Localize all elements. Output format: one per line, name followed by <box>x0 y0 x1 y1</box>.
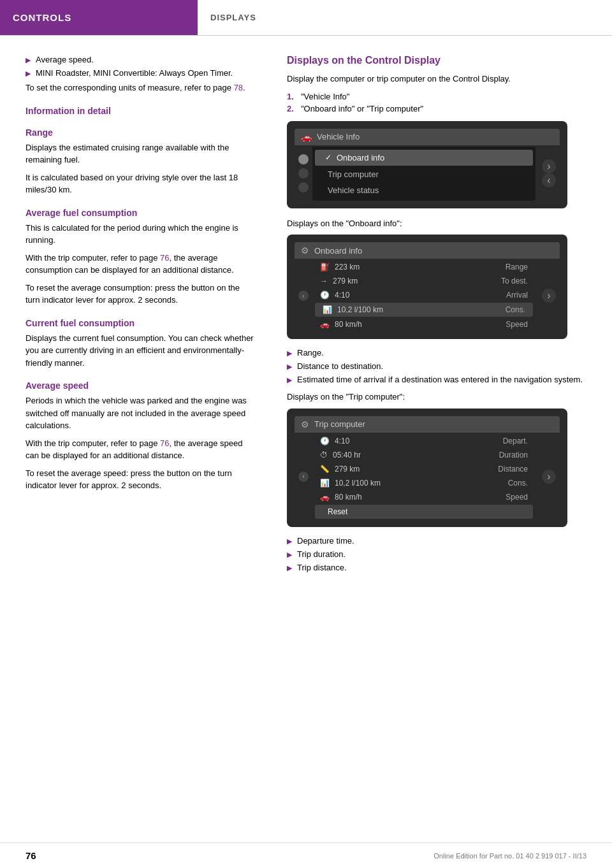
bullet-duration-text: Trip duration. <box>297 549 346 559</box>
bullet-duration-arrow: ▶ <box>287 551 292 559</box>
bullet-average-speed: ▶ Average speed. <box>26 55 255 64</box>
bullet-arrival-text: Estimated time of arrival if a destinati… <box>297 375 583 384</box>
displays-heading: Displays on the Control Display <box>287 55 593 66</box>
data-row-speed2: 🚗80 km/h Speed <box>312 490 536 504</box>
data-row-speed: 🚗80 km/h Speed <box>312 317 536 331</box>
numbered-steps: 1. "Vehicle Info" 2. "Onboard info" or "… <box>287 92 593 113</box>
range-title: Range <box>26 127 255 138</box>
right-column: Displays on the Control Display Display … <box>274 55 612 576</box>
bullet-range: ▶ Range. <box>287 348 593 358</box>
avg-fuel-p1: This is calculated for the period during… <box>26 222 255 247</box>
page-footer: 76 Online Edition for Part no. 01 40 2 9… <box>0 843 612 868</box>
data-row-arrival: 🕐4:10 Arrival <box>312 288 536 302</box>
bullet-arrow-icon: ▶ <box>26 56 31 64</box>
bullet-range-arrow: ▶ <box>287 349 292 358</box>
checkmark-icon: ✓ <box>325 153 332 162</box>
bullet-arrow-icon2: ▶ <box>26 69 31 78</box>
dest-icon: → <box>320 277 328 286</box>
avg-speed-title: Average speed <box>26 380 255 391</box>
avg-fuel-p3: To reset the average consumption: press … <box>26 282 255 307</box>
distance-icon: 📏 <box>320 465 330 474</box>
nav-dot-2 <box>298 168 309 178</box>
screen3-wrapper: ‹ 🕐4:10 Depart. ⏱05:40 hr Duration 📏279 … <box>295 434 560 519</box>
avg-speed-p2: With the trip computer, refer to page 76… <box>26 437 255 462</box>
screen3-title-bar: ⚙ Trip computer <box>295 416 560 433</box>
screen2-title-bar: ⚙ Onboard info <box>295 242 560 259</box>
avg-fuel-title: Average fuel consumption <box>26 208 255 218</box>
bullet-tripdist-arrow: ▶ <box>287 564 292 572</box>
range-p2: It is calculated based on your driving s… <box>26 171 255 196</box>
nav-left-btn: ‹ <box>542 173 556 187</box>
screen1-left-nav <box>295 147 312 201</box>
units-link[interactable]: 78 <box>234 83 243 92</box>
nav-right-btn: › <box>542 159 556 173</box>
onboard-caption: Displays on the "Onboard info": <box>287 217 593 230</box>
speed2-icon: 🚗 <box>320 493 330 502</box>
screen1-trip-computer: Trip computer <box>312 166 536 182</box>
data-row-depart: 🕐4:10 Depart. <box>312 434 536 448</box>
screen3-gear-icon: ⚙ <box>301 419 309 430</box>
bullet-depart-text: Departure time. <box>297 536 354 546</box>
page-number: 76 <box>26 850 36 861</box>
step-2: 2. "Onboard info" or "Trip computer" <box>287 104 593 113</box>
avg-fuel-p2: With the trip computer, refer to page 76… <box>26 252 255 277</box>
cons2-icon: 📊 <box>320 479 330 488</box>
screen1-right-nav: › ‹ <box>536 147 560 201</box>
displays-text: DISPLAYS <box>210 13 256 22</box>
duration-icon: ⏱ <box>320 451 328 459</box>
screen2-right-nav: › <box>536 260 560 331</box>
bullet-arrival: ▶ Estimated time of arrival if a destina… <box>287 375 593 384</box>
step-1-num: 1. <box>287 92 296 101</box>
screen1-car-icon: 🚗 <box>301 132 312 142</box>
step-1-text: "Vehicle Info" <box>301 92 349 101</box>
trip-caption: Displays on the "Trip computer": <box>287 391 593 403</box>
range-icon: ⛽ <box>320 263 330 271</box>
screen1-title: Vehicle Info <box>317 132 360 141</box>
screen3-data: 🕐4:10 Depart. ⏱05:40 hr Duration 📏279 km… <box>312 434 536 519</box>
info-detail-title: Information in detail <box>26 106 255 116</box>
nav-dot-3 <box>298 182 309 192</box>
avg-fuel-link[interactable]: 76 <box>160 253 169 263</box>
nav-dot-1 <box>298 154 309 164</box>
depart-icon: 🕐 <box>320 437 330 445</box>
step-2-num: 2. <box>287 104 296 113</box>
bullet-trip-distance: ▶ Trip distance. <box>287 563 593 572</box>
screen3-left-nav: ‹ <box>295 434 312 519</box>
bullet-mini-text: MINI Roadster, MINI Convertible: Always … <box>36 68 233 78</box>
screen1-onboard-info: ✓ Onboard info <box>315 150 533 166</box>
footer-text: Online Edition for Part no. 01 40 2 919 … <box>433 852 586 860</box>
bullet-distance: ▶ Distance to destination. <box>287 361 593 371</box>
screen3-title: Trip computer <box>314 419 365 429</box>
data-row-todest: →279 km To dest. <box>312 274 536 288</box>
bullet-distance-text: Distance to destination. <box>297 361 383 371</box>
nav-right-btn2: › <box>542 289 556 303</box>
data-row-distance: 📏279 km Distance <box>312 462 536 476</box>
screen2-gear-icon: ⚙ <box>301 245 309 256</box>
onboard-info-screen: ⚙ Onboard info ‹ ⛽223 km Range →279 km T… <box>287 235 567 339</box>
curr-fuel-title: Current fuel consumption <box>26 318 255 328</box>
screen2-data: ⛽223 km Range →279 km To dest. 🕐4:10 Arr… <box>312 260 536 331</box>
screen2-left-nav: ‹ <box>295 260 312 331</box>
avg-speed-p1: Periods in which the vehicle was parked … <box>26 394 255 432</box>
intro-text: Display the computer or trip computer on… <box>287 73 593 85</box>
range-p1: Displays the estimated cruising range av… <box>26 141 255 166</box>
trip-computer-screen: ⚙ Trip computer ‹ 🕐4:10 Depart. ⏱05:40 h… <box>287 409 567 527</box>
vehicle-info-screen: 🚗 Vehicle Info ✓ Onboard info Trip <box>287 121 567 208</box>
nav-dot-s3: ‹ <box>298 472 309 482</box>
left-column: ▶ Average speed. ▶ MINI Roadster, MINI C… <box>0 55 274 576</box>
bullet-depart-arrow: ▶ <box>287 537 292 546</box>
units-text: To set the corresponding units of measur… <box>26 82 255 94</box>
step-2-text: "Onboard info" or "Trip computer" <box>301 104 423 113</box>
main-content: ▶ Average speed. ▶ MINI Roadster, MINI C… <box>0 36 612 576</box>
avg-speed-link[interactable]: 76 <box>160 438 169 448</box>
screen1-vehicle-status: Vehicle status <box>312 182 536 198</box>
bullet-arrival-arrow: ▶ <box>287 376 292 384</box>
avg-speed-p3: To reset the average speed: press the bu… <box>26 467 255 492</box>
screen2-title: Onboard info <box>314 246 362 256</box>
screen1-title-bar: 🚗 Vehicle Info <box>295 129 560 145</box>
data-row-duration: ⏱05:40 hr Duration <box>312 448 536 462</box>
data-row-range: ⛽223 km Range <box>312 260 536 274</box>
controls-text: CONTROLS <box>13 12 71 23</box>
bullet-distance-arrow: ▶ <box>287 363 292 371</box>
bullet-range-text: Range. <box>297 348 324 358</box>
